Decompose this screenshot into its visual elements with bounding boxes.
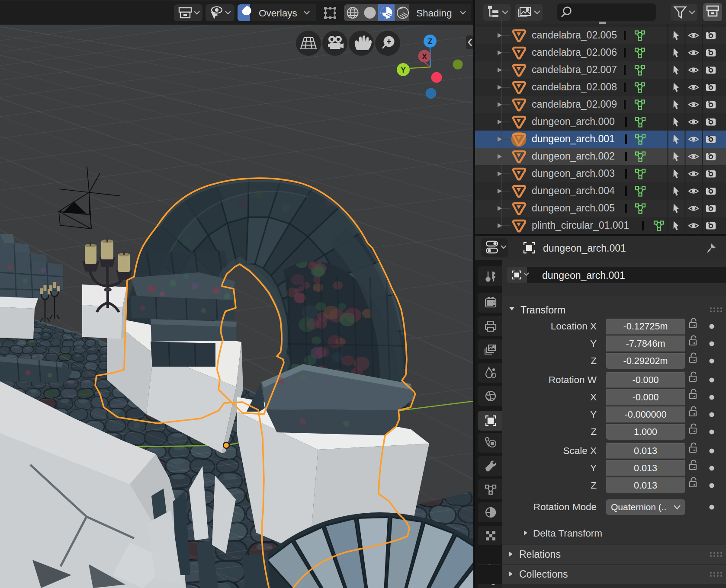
svg-text:dungeon_arch.001: dungeon_arch.001	[543, 243, 626, 254]
svg-text:Z: Z	[591, 355, 597, 366]
svg-text:Quaternion (..: Quaternion (..	[611, 502, 666, 512]
svg-text:dungeon_arch.003: dungeon_arch.003	[532, 168, 615, 179]
svg-text:1.000: 1.000	[634, 427, 657, 437]
svg-text:Scale X: Scale X	[563, 445, 597, 456]
svg-text:Z: Z	[428, 37, 433, 46]
svg-text:plinth_circular_01.001: plinth_circular_01.001	[532, 220, 629, 231]
svg-text:0.013: 0.013	[634, 446, 657, 456]
svg-text:dungeon_arch.000: dungeon_arch.000	[532, 116, 615, 127]
svg-text:X: X	[590, 392, 597, 403]
svg-text:Y: Y	[590, 338, 597, 349]
svg-text:Transform: Transform	[520, 304, 565, 316]
svg-text:0.013: 0.013	[634, 480, 657, 491]
svg-text:-0.12725m: -0.12725m	[623, 321, 668, 332]
svg-text:dungeon_arch.004: dungeon_arch.004	[532, 185, 615, 196]
svg-text:-0.29202m: -0.29202m	[623, 356, 668, 366]
svg-text:candelabra_02.007: candelabra_02.007	[532, 64, 617, 75]
svg-text:dungeon_arch.005: dungeon_arch.005	[532, 202, 615, 214]
svg-text:-0.000000: -0.000000	[625, 409, 667, 420]
svg-text:-7.7846m: -7.7846m	[626, 339, 665, 349]
svg-text:dungeon_arch.001: dungeon_arch.001	[532, 133, 615, 144]
svg-text:dungeon_arch.002: dungeon_arch.002	[532, 150, 615, 162]
svg-text:Rotation Mode: Rotation Mode	[533, 502, 597, 512]
svg-text:-0.000: -0.000	[633, 375, 659, 385]
svg-text:Z: Z	[591, 480, 597, 491]
svg-text:0.013: 0.013	[634, 463, 657, 473]
svg-text:X: X	[422, 52, 427, 61]
svg-text:dungeon_arch.001: dungeon_arch.001	[542, 270, 625, 281]
svg-text:candelabra_02.009: candelabra_02.009	[532, 99, 617, 110]
svg-text:Overlays: Overlays	[259, 8, 297, 19]
svg-text:candelabra_02.006: candelabra_02.006	[532, 47, 617, 58]
svg-text:Y: Y	[401, 66, 406, 74]
svg-text:Relations: Relations	[519, 549, 561, 560]
svg-text:Rotation W: Rotation W	[549, 374, 597, 385]
svg-text:Shading: Shading	[416, 8, 452, 19]
svg-text:candelabra_02.008: candelabra_02.008	[532, 81, 617, 93]
svg-text:Delta Transform: Delta Transform	[533, 528, 602, 539]
svg-text:Collections: Collections	[519, 569, 568, 580]
svg-text:Location X: Location X	[551, 321, 597, 332]
svg-text:Y: Y	[590, 463, 597, 473]
svg-text:Y: Y	[590, 409, 597, 420]
svg-text:candelabra_02.005: candelabra_02.005	[532, 29, 617, 41]
svg-text:-0.000: -0.000	[633, 392, 659, 403]
svg-text:Z: Z	[591, 426, 597, 437]
